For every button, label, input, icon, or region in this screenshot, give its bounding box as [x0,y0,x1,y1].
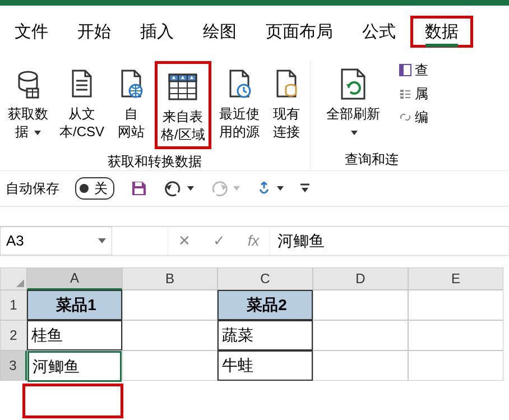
row-header-3[interactable]: 3 [0,350,27,381]
from-table-label: 来自表 格/区域 [161,108,205,144]
tab-file[interactable]: 文件 [0,16,63,48]
cell-B3[interactable] [122,350,218,381]
cell-D2[interactable] [313,320,408,350]
row-header-1[interactable]: 1 [0,290,27,320]
col-header-D[interactable]: D [313,267,408,290]
edit-links-icon [399,111,411,123]
from-csv-label: 从文 本/CSV [59,105,104,141]
ribbon-group-label: 获取和转换数据 [108,149,202,170]
queries-sidelist: 查 属 编 [396,61,428,126]
svg-rect-28 [135,188,144,194]
from-table-range-button[interactable]: 来自表 格/区域 [155,61,211,149]
cell-A2[interactable]: 桂鱼 [27,320,122,350]
cell-C1[interactable]: 菜品2 [218,290,313,320]
redo-button[interactable] [210,180,240,197]
autosave-toggle[interactable]: 关 [75,177,114,200]
existing-connections-icon [271,63,302,105]
ribbon: 获取数 据 从文 本/CSV 自 网站 来自表 格/区域 [0,53,509,171]
title-bar [0,0,509,6]
properties-icon [399,87,411,100]
spreadsheet-grid[interactable]: A B C D E 1 菜品1 菜品2 2 桂鱼 蔬菜 3 河鲫鱼 牛蛙 [0,267,509,381]
cell-E2[interactable] [408,320,503,350]
chevron-down-icon [351,131,358,135]
select-all-corner[interactable] [0,267,27,290]
from-web-label: 自 网站 [118,105,145,141]
quick-access-toolbar: 自动保存 关 [0,171,509,207]
svg-rect-22 [400,90,404,92]
recent-sources-label: 最近使 用的源 [219,105,260,141]
undo-icon [164,180,183,197]
queries-button[interactable]: 查 [399,61,428,79]
col-header-C[interactable]: C [218,267,313,290]
col-header-E[interactable]: E [408,267,503,290]
chevron-down-icon [187,186,194,191]
confirm-formula-button[interactable]: ✓ [213,232,225,250]
svg-rect-24 [400,96,404,99]
tab-layout[interactable]: 页面布局 [251,16,348,48]
ribbon-group-queries: 全部刷新 查 属 编 查询和连 [311,61,433,170]
undo-button[interactable] [164,180,194,197]
get-data-icon [12,63,44,105]
svg-rect-23 [400,93,404,95]
name-box-value: A3 [6,232,24,250]
cell-B1[interactable] [122,290,218,320]
touch-mode-button[interactable] [256,179,284,197]
cell-B2[interactable] [122,320,218,350]
svg-point-0 [19,72,37,81]
from-web-icon [115,63,147,105]
row-header-2[interactable]: 2 [0,320,27,350]
insert-function-button[interactable]: fx [248,232,259,250]
cancel-formula-button[interactable]: ✕ [178,232,191,250]
redo-icon [210,180,229,197]
cell-E3[interactable] [408,350,503,381]
ribbon-group-get-transform: 获取数 据 从文 本/CSV 自 网站 来自表 格/区域 [0,61,311,170]
cell-A1[interactable]: 菜品1 [27,290,122,320]
from-web-button[interactable]: 自 网站 [112,61,150,144]
autosave-state: 关 [94,179,108,197]
refresh-icon [337,63,369,105]
recent-sources-icon [224,63,255,105]
edit-links-button[interactable]: 编 [399,108,428,126]
tab-formula[interactable]: 公式 [348,16,410,48]
col-header-B[interactable]: B [122,267,218,290]
svg-rect-21 [400,64,404,76]
tab-insert[interactable]: 插入 [126,16,188,48]
cell-D1[interactable] [313,290,408,320]
tab-data[interactable]: 数据 [410,16,473,48]
properties-button[interactable]: 属 [399,85,428,103]
col-header-A[interactable]: A [27,267,122,290]
svg-marker-33 [302,188,308,192]
customize-qat-button[interactable] [299,182,311,195]
cell-C2[interactable]: 蔬菜 [218,320,313,350]
cell-E1[interactable] [408,290,503,320]
cell-D3[interactable] [313,350,408,381]
get-data-label: 获取数 据 [8,105,48,141]
refresh-all-button[interactable]: 全部刷新 [315,61,391,144]
get-data-button[interactable]: 获取数 据 [4,61,52,144]
from-csv-icon [66,63,98,105]
queries-icon [399,64,411,76]
recent-sources-button[interactable]: 最近使 用的源 [216,61,263,144]
svg-rect-29 [135,182,142,186]
from-table-icon [167,66,198,108]
cell-A3-value: 河鲫鱼 [27,351,122,382]
toggle-dot-icon [80,184,89,193]
existing-connections-button[interactable]: 现有 连接 [267,61,306,144]
chevron-down-icon [233,186,240,191]
name-box[interactable]: A3 [0,227,112,255]
cell-C3[interactable]: 牛蛙 [218,350,313,381]
formula-bar: A3 ✕ ✓ fx 河鲫鱼 [0,226,509,256]
cell-A3[interactable]: 河鲫鱼 [27,350,122,381]
tab-home[interactable]: 开始 [63,16,126,48]
tab-draw[interactable]: 绘图 [188,16,251,48]
chevron-down-icon [277,186,284,191]
ribbon-group-label-2: 查询和连 [345,147,399,168]
chevron-down-icon [34,131,41,135]
highlight-annotation-a3 [22,384,123,418]
save-icon [130,179,148,197]
formula-input[interactable]: 河鲫鱼 [270,227,509,255]
from-csv-button[interactable]: 从文 本/CSV [56,61,108,144]
existing-connections-label: 现有 连接 [273,105,300,141]
save-button[interactable] [130,179,148,197]
autosave-label: 自动保存 [6,179,59,197]
